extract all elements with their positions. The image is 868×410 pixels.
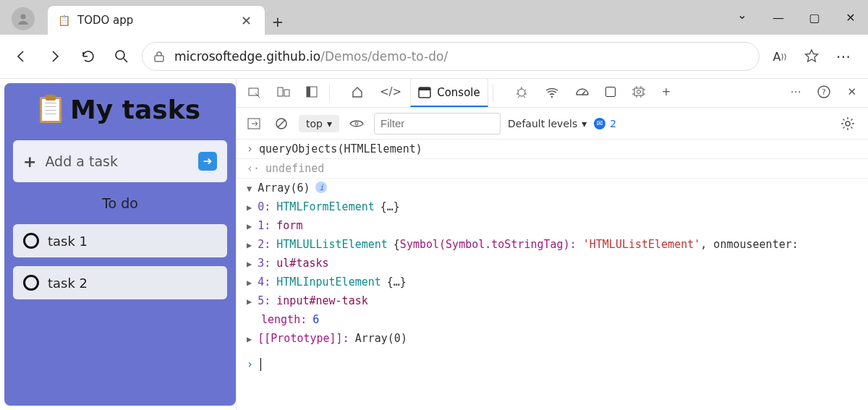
clipboard-icon bbox=[40, 97, 61, 123]
svg-point-10 bbox=[518, 89, 525, 96]
filter-input[interactable] bbox=[374, 113, 501, 134]
disclosure-triangle-icon[interactable]: ▶ bbox=[247, 296, 252, 307]
profile-avatar[interactable] bbox=[12, 7, 35, 30]
elements-tab[interactable]: </> bbox=[373, 79, 409, 107]
svg-rect-12 bbox=[634, 88, 643, 95]
add-task-placeholder: Add a task bbox=[45, 153, 190, 169]
task-label: task 2 bbox=[48, 276, 88, 291]
disclosure-triangle-icon[interactable]: ▶ bbox=[247, 240, 252, 250]
section-heading: To do bbox=[13, 195, 227, 211]
memory-tab[interactable] bbox=[624, 79, 653, 107]
performance-tab[interactable] bbox=[568, 79, 597, 107]
console-object-row[interactable]: ▼ Array(6) i bbox=[237, 179, 868, 197]
console-object-row[interactable]: ▶ 5: input#new-task bbox=[237, 291, 868, 310]
console-object-row[interactable]: ▶ 4: HTMLInputElement {…} bbox=[237, 273, 868, 291]
task-list: task 1 task 2 bbox=[13, 224, 227, 299]
log-levels-selector[interactable]: Default levels ▾ bbox=[508, 118, 587, 129]
application-tab[interactable] bbox=[598, 79, 623, 107]
close-devtools-button[interactable]: ✕ bbox=[840, 79, 864, 107]
console-object-row[interactable]: ▶ 2: HTMLULListElement {Symbol(Symbol.to… bbox=[237, 235, 868, 254]
prompt-input-icon: › bbox=[247, 142, 253, 155]
address-bar[interactable]: microsoftedge.github.io/Demos/demo-to-do… bbox=[142, 42, 760, 71]
submit-task-button[interactable]: ➜ bbox=[198, 152, 217, 171]
disclosure-triangle-icon[interactable]: ▶ bbox=[247, 259, 252, 269]
caret-down-icon: ▾ bbox=[327, 118, 332, 129]
welcome-tab[interactable] bbox=[344, 79, 371, 107]
minimize-button[interactable]: — bbox=[770, 11, 787, 25]
svg-point-0 bbox=[21, 14, 26, 20]
live-expression-button[interactable] bbox=[346, 111, 367, 137]
favorite-button[interactable] bbox=[799, 43, 825, 69]
refresh-button[interactable] bbox=[75, 43, 101, 69]
console-return-value: undefined bbox=[265, 162, 324, 175]
clear-console-button[interactable] bbox=[271, 111, 292, 137]
wifi-icon bbox=[545, 86, 559, 98]
more-button[interactable]: ⋯ bbox=[830, 43, 856, 69]
inspect-button[interactable] bbox=[241, 79, 268, 107]
svg-point-11 bbox=[551, 96, 553, 98]
search-button[interactable] bbox=[109, 43, 135, 69]
home-icon bbox=[351, 85, 364, 98]
disclosure-triangle-icon[interactable]: ▶ bbox=[247, 202, 252, 213]
console-object-row[interactable]: ▶ 3: ul#tasks bbox=[237, 254, 868, 273]
svg-point-19 bbox=[846, 121, 850, 126]
disclosure-triangle-icon[interactable]: ▶ bbox=[247, 334, 252, 344]
maximize-button[interactable]: ▢ bbox=[806, 11, 823, 25]
dock-side-button[interactable] bbox=[299, 79, 325, 107]
close-window-button[interactable]: ✕ bbox=[842, 11, 859, 25]
checkbox-circle-icon[interactable] bbox=[23, 275, 39, 291]
chevron-down-icon[interactable] bbox=[733, 11, 751, 25]
more-tabs-button[interactable]: + bbox=[655, 79, 678, 107]
device-toggle-button[interactable] bbox=[270, 79, 297, 107]
forward-button[interactable] bbox=[42, 43, 68, 69]
disclosure-triangle-icon[interactable]: ▶ bbox=[247, 278, 252, 288]
read-aloud-button[interactable]: A)) bbox=[767, 43, 793, 69]
text-cursor[interactable] bbox=[260, 358, 261, 371]
sources-tab[interactable] bbox=[507, 79, 536, 107]
task-item[interactable]: task 2 bbox=[13, 266, 227, 299]
checkbox-circle-icon[interactable] bbox=[23, 233, 39, 249]
console-toolbar: top ▾ Default levels ▾ ✉ 2 bbox=[237, 108, 868, 140]
console-object-row[interactable]: ▶ 1: form bbox=[237, 216, 868, 235]
bug-icon bbox=[514, 85, 529, 98]
todo-app: My tasks + Add a task ➜ To do task 1 tas… bbox=[4, 83, 236, 406]
task-item[interactable]: task 1 bbox=[13, 224, 227, 257]
console-input-line: queryObjects(HTMLElement) bbox=[259, 142, 422, 155]
caret-down-icon: ▾ bbox=[582, 118, 587, 129]
svg-rect-4 bbox=[278, 87, 283, 96]
disclosure-triangle-open-icon[interactable]: ▼ bbox=[247, 184, 252, 194]
console-settings-button[interactable] bbox=[835, 111, 861, 137]
disclosure-triangle-icon[interactable]: ▶ bbox=[247, 221, 252, 231]
console-object-row[interactable]: ▶ [[Prototype]]: Array(0) bbox=[237, 329, 868, 348]
ban-icon bbox=[275, 117, 288, 130]
browser-window: 📋 TODO app ✕ + — ▢ ✕ bbox=[0, 0, 868, 410]
console-object-row[interactable]: ▶ 0: HTMLFormElement {…} bbox=[237, 197, 868, 216]
help-button[interactable]: ? bbox=[809, 79, 838, 107]
network-tab[interactable] bbox=[537, 79, 566, 107]
more-tools-button[interactable]: ⋯ bbox=[783, 79, 808, 107]
back-button[interactable] bbox=[9, 43, 35, 69]
window-controls: — ▢ ✕ bbox=[733, 0, 868, 35]
new-tab-button[interactable]: + bbox=[265, 9, 291, 35]
titlebar: 📋 TODO app ✕ + — ▢ ✕ bbox=[0, 0, 868, 35]
svg-rect-7 bbox=[307, 87, 310, 97]
context-selector[interactable]: top ▾ bbox=[299, 115, 339, 132]
info-icon[interactable]: i bbox=[315, 181, 327, 193]
issues-badge[interactable]: ✉ 2 bbox=[594, 118, 616, 129]
svg-text:?: ? bbox=[822, 87, 827, 97]
prompt-output-icon: ‹· bbox=[247, 162, 260, 175]
console-property-row: length: 6 bbox=[237, 310, 868, 329]
svg-rect-5 bbox=[284, 90, 289, 96]
toggle-sidebar-button[interactable] bbox=[244, 111, 264, 137]
gear-icon bbox=[841, 116, 855, 131]
svg-point-13 bbox=[637, 90, 640, 94]
console-output[interactable]: › queryObjects(HTMLElement) ‹· undefined… bbox=[237, 140, 868, 410]
clipboard-icon: 📋 bbox=[58, 14, 70, 26]
console-tab[interactable]: Console bbox=[410, 79, 488, 107]
add-task-input[interactable]: + Add a task ➜ bbox=[13, 140, 227, 182]
tab-close-button[interactable]: ✕ bbox=[238, 13, 255, 28]
svg-rect-2 bbox=[155, 56, 163, 61]
devtools-tabstrip: </> Console + ⋯ ? ✕ bbox=[237, 79, 868, 108]
browser-tab[interactable]: 📋 TODO app ✕ bbox=[48, 6, 265, 35]
svg-point-18 bbox=[355, 122, 358, 125]
